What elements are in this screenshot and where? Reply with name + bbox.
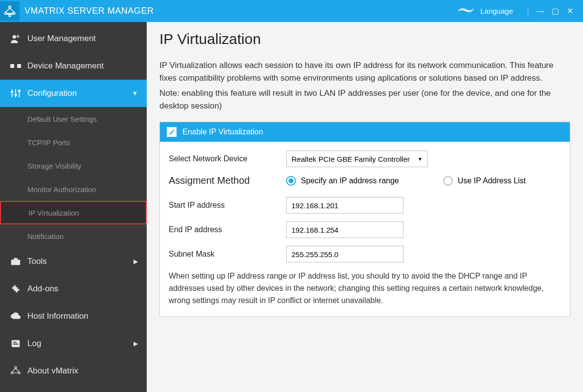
start-ip-label: Start IP address: [169, 201, 286, 210]
divider: [528, 6, 528, 16]
assignment-method-label: Assigment Method: [169, 175, 286, 186]
chevron-down-icon: ▼: [132, 90, 138, 97]
sidebar-item-label: Host Information: [27, 311, 89, 321]
sidebar-item-label: Add-ons: [27, 284, 58, 294]
maximize-button[interactable]: ▢: [548, 6, 562, 16]
caret-down-icon: ▼: [418, 156, 423, 162]
chevron-right-icon: ▶: [134, 340, 138, 347]
sidebar-sub-monitor-authorization[interactable]: Monitor Authorization: [0, 177, 147, 201]
radio-icon: [443, 176, 453, 186]
sidebar-item-device-management[interactable]: Device Management: [0, 52, 147, 80]
language-selector[interactable]: Language: [456, 6, 513, 16]
svg-rect-6: [10, 64, 14, 68]
device-icon: [9, 63, 22, 69]
enable-checkbox[interactable]: ✓: [167, 127, 177, 137]
radio-specify-range[interactable]: Specify an IP address range: [286, 176, 399, 186]
radio-label: Specify an IP address range: [301, 176, 399, 185]
svg-rect-7: [17, 64, 21, 68]
svg-point-21: [19, 372, 21, 374]
puzzle-icon: [9, 283, 22, 294]
sidebar-item-label: Notification: [27, 232, 64, 240]
svg-point-5: [17, 35, 20, 38]
language-label: Language: [480, 7, 513, 15]
sidebar-item-label: Storage Visibility: [27, 162, 82, 170]
sidebar-item-host-information[interactable]: Host Information: [0, 303, 147, 330]
chevron-right-icon: ▶: [134, 258, 138, 265]
svg-rect-15: [14, 258, 17, 260]
network-device-select[interactable]: Realtek PCIe GBE Family Controller ▼: [286, 151, 428, 167]
app-logo-icon: [0, 1, 20, 21]
sidebar-item-label: Tools: [27, 257, 47, 266]
end-ip-label: End IP address: [169, 225, 286, 234]
start-ip-input[interactable]: [286, 197, 404, 214]
enable-label: Enable IP Virtualization: [182, 128, 263, 136]
svg-rect-18: [13, 344, 19, 345]
content-area: IP Virtualization IP Virtualization allo…: [147, 22, 583, 392]
svg-rect-13: [18, 90, 21, 92]
sidebar-sub-storage-visibility[interactable]: Storage Visibility: [0, 154, 147, 177]
svg-point-20: [11, 372, 13, 374]
radio-label: Use IP Address List: [458, 176, 526, 185]
user-icon: [9, 33, 22, 44]
sidebar-item-label: Monitor Authorization: [27, 185, 96, 194]
svg-point-19: [15, 367, 17, 369]
page-description: IP Virtualization allows each session to…: [159, 59, 570, 84]
radio-use-list[interactable]: Use IP Address List: [443, 176, 526, 186]
panel-header: ✓ Enable IP Virtualization: [160, 122, 570, 142]
svg-rect-17: [13, 342, 17, 343]
sidebar-item-label: IP Virtualization: [28, 209, 79, 217]
app-title: VMATRIX SERVER MANAGER: [24, 6, 456, 16]
sidebar-item-label: Configuration: [27, 88, 77, 98]
sidebar-sub-default-user-settings[interactable]: Default User Settings: [0, 107, 147, 131]
svg-rect-11: [11, 91, 14, 92]
log-icon: [9, 338, 22, 349]
page-title: IP Virtualization: [159, 31, 570, 47]
about-icon: [9, 366, 22, 376]
sidebar-item-configuration[interactable]: Configuration ▼: [0, 80, 147, 107]
svg-point-0: [9, 6, 11, 8]
sidebar-item-user-management[interactable]: User Management: [0, 25, 147, 52]
radio-icon: [286, 176, 296, 186]
sidebar-item-add-ons[interactable]: Add-ons: [0, 275, 147, 303]
svg-rect-14: [11, 260, 20, 265]
sidebar-item-label: About vMatrix: [27, 366, 78, 376]
briefcase-icon: [9, 256, 22, 267]
sidebar-item-label: Default User Settings: [27, 115, 97, 123]
sidebar-item-label: TCP/IP Ports: [27, 138, 70, 147]
sidebar-item-label: User Management: [27, 34, 96, 44]
sidebar: User Management Device Management Config…: [0, 22, 147, 392]
subnet-mask-input[interactable]: [286, 246, 404, 262]
close-button[interactable]: ✕: [562, 6, 577, 16]
titlebar: VMATRIX SERVER MANAGER Language — ▢ ✕: [0, 0, 583, 22]
svg-point-4: [13, 35, 16, 39]
end-ip-input[interactable]: [286, 221, 404, 238]
panel-footnote: When setting up IP address range or IP a…: [169, 270, 561, 306]
sidebar-item-label: Log: [27, 339, 41, 348]
sidebar-sub-tcp-ip-ports[interactable]: TCP/IP Ports: [0, 131, 147, 154]
sidebar-item-about[interactable]: About vMatrix: [0, 357, 147, 385]
cloud-icon: [9, 312, 22, 321]
svg-point-3: [9, 14, 11, 16]
svg-rect-8: [12, 89, 13, 98]
subnet-mask-label: Subnet Mask: [169, 250, 286, 259]
sidebar-item-tools[interactable]: Tools ▶: [0, 248, 147, 275]
page-note: Note: enabling this feature will result …: [159, 87, 570, 112]
select-value: Realtek PCIe GBE Family Controller: [292, 155, 410, 163]
minimize-button[interactable]: —: [533, 7, 548, 16]
sidebar-item-log[interactable]: Log ▶: [0, 330, 147, 357]
sidebar-item-label: Device Management: [27, 61, 104, 71]
ip-virtualization-panel: ✓ Enable IP Virtualization Select Networ…: [159, 122, 570, 317]
sidebar-sub-ip-virtualization[interactable]: IP Virtualization: [0, 201, 147, 224]
select-device-label: Select Network Device: [169, 154, 286, 163]
svg-rect-12: [14, 94, 17, 96]
sidebar-sub-notification[interactable]: Notification: [0, 224, 147, 248]
svg-rect-9: [15, 89, 16, 98]
sliders-icon: [9, 88, 22, 99]
